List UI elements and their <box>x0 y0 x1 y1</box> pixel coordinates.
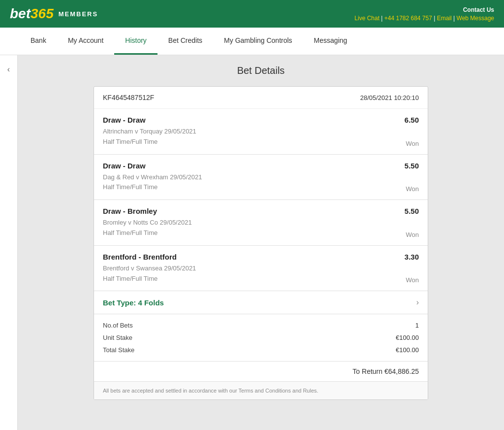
bet-odds: 3.30 <box>405 253 419 261</box>
bet-result: Won <box>406 276 419 284</box>
bet-type-chevron-icon: › <box>416 298 419 307</box>
return-row: To Return €64,886.25 <box>94 362 428 382</box>
summary-value: €100.00 <box>396 346 419 354</box>
summary-row: No.of Bets 1 <box>103 319 419 331</box>
bet-leg-3: Draw - Bromley 5.50 Bromley v Notts Co 2… <box>94 200 428 246</box>
header: bet365 MEMBERS Contact Us Live Chat | +4… <box>0 0 504 28</box>
bet-card: KF4645487512F 28/05/2021 10:20:10 Draw -… <box>94 86 428 400</box>
webmessage-link[interactable]: Web Message <box>457 15 494 22</box>
logo-365: 365 <box>31 6 54 22</box>
logo-bet: bet <box>10 6 31 22</box>
bet-leg-1: Draw - Draw 6.50 Altrincham v Torquay 29… <box>94 109 428 155</box>
bet-odds: 5.50 <box>405 207 419 215</box>
bet-type-row[interactable]: Bet Type: 4 Folds › <box>94 291 428 314</box>
bet-result: Won <box>406 140 419 147</box>
nav-item-messaging[interactable]: Messaging <box>303 28 358 55</box>
chevron-left-icon: ‹ <box>7 65 10 74</box>
sep1: | <box>379 15 384 22</box>
content-area: ‹ Bet Details KF4645487512F 28/05/2021 1… <box>0 55 504 430</box>
page-title: Bet Details <box>37 65 484 76</box>
contact-title: Contact Us <box>354 6 494 13</box>
bet-footer-note: All bets are accepted and settled in acc… <box>94 382 428 399</box>
nav-bar: BankMy AccountHistoryBet CreditsMy Gambl… <box>0 28 504 55</box>
bet-leg-2: Draw - Draw 5.50 Dag & Red v Wrexham 29/… <box>94 155 428 200</box>
sidebar-toggle[interactable]: ‹ <box>0 55 18 430</box>
nav-item-my-account[interactable]: My Account <box>57 28 114 55</box>
summary-label: No.of Bets <box>103 322 133 329</box>
bet-odds: 6.50 <box>405 116 419 124</box>
bet-match-info: Altrincham v Torquay 29/05/2021Half Time… <box>103 127 196 147</box>
bet-type-label: Bet Type: 4 Folds <box>103 298 164 307</box>
nav-item-bet-credits[interactable]: Bet Credits <box>158 28 213 55</box>
summary-row: Total Stake €100.00 <box>103 344 419 356</box>
bet-legs-container: Draw - Draw 6.50 Altrincham v Torquay 29… <box>94 109 428 291</box>
nav-item-history[interactable]: History <box>114 28 158 55</box>
summary-row: Unit Stake €100.00 <box>103 331 419 344</box>
livechat-link[interactable]: Live Chat <box>354 15 379 22</box>
contact-info: Contact Us Live Chat | +44 1782 684 757 … <box>354 6 494 22</box>
bet-result: Won <box>406 185 419 193</box>
nav-item-bank[interactable]: Bank <box>20 28 57 55</box>
bet-selection: Brentford - Brentford <box>103 253 177 261</box>
summary-value: €100.00 <box>396 334 419 341</box>
bet-datetime: 28/05/2021 10:20:10 <box>360 94 419 101</box>
bet-result: Won <box>406 231 419 238</box>
bet-leg-4: Brentford - Brentford 3.30 Brentford v S… <box>94 246 428 292</box>
phone-link[interactable]: +44 1782 684 757 <box>384 15 432 22</box>
email-link[interactable]: Email <box>437 15 452 22</box>
logo: bet365 MEMBERS <box>10 6 98 22</box>
bet-reference: KF4645487512F <box>103 94 154 101</box>
bet-selection: Draw - Draw <box>103 116 146 124</box>
bet-odds: 5.50 <box>405 162 419 170</box>
summary-label: Total Stake <box>103 346 134 354</box>
sep3: | <box>452 15 457 22</box>
summary-label: Unit Stake <box>103 334 132 341</box>
bet-selection: Draw - Bromley <box>103 207 157 215</box>
sep2: | <box>432 15 437 22</box>
bet-selection: Draw - Draw <box>103 162 146 170</box>
bet-match-info: Dag & Red v Wrexham 29/05/2021Half Time/… <box>103 172 202 193</box>
summary-value: 1 <box>415 322 419 329</box>
nav-item-my-gambling-controls[interactable]: My Gambling Controls <box>213 28 303 55</box>
bet-match-info: Bromley v Notts Co 29/05/2021Half Time/F… <box>103 218 192 238</box>
bet-match-info: Brentford v Swansea 29/05/2021Half Time/… <box>103 264 196 284</box>
bet-card-header: KF4645487512F 28/05/2021 10:20:10 <box>94 87 428 109</box>
logo-members: MEMBERS <box>59 10 98 18</box>
summary-section: No.of Bets 1 Unit Stake €100.00 Total St… <box>94 314 428 362</box>
contact-links: Live Chat | +44 1782 684 757 | Email | W… <box>354 15 494 22</box>
main-content: Bet Details KF4645487512F 28/05/2021 10:… <box>18 55 504 430</box>
